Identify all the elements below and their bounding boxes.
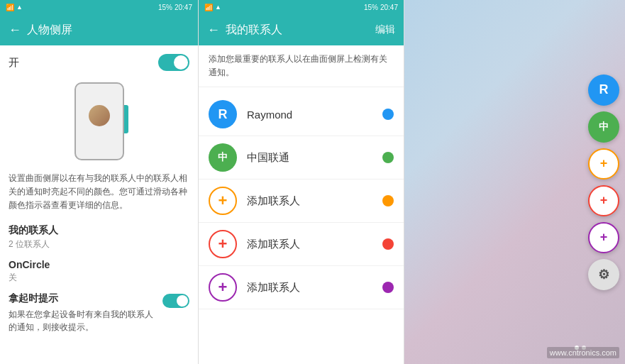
contact-item-add3[interactable]: + 添加联系人 [199, 266, 404, 309]
pickup-text-area: 拿起时提示 如果在您拿起设备时有来自我的联系人的通知，则接收提示。 [9, 292, 157, 333]
sim-icon: 📶 [6, 4, 14, 11]
contact-dot-add3 [382, 282, 394, 293]
contact-dot-raymond [382, 109, 394, 120]
contact-avatar-add3: + [209, 273, 237, 302]
title-2: 我的联系人 [226, 23, 370, 38]
edit-button[interactable]: 编辑 [375, 23, 395, 36]
status-bar-2: 📶 ▲ 15% 20:47 [199, 0, 404, 14]
sim-icon-2: 📶 [204, 4, 213, 11]
topbar-2: ← 我的联系人 编辑 [199, 14, 404, 45]
contact-dot-add1 [382, 195, 394, 206]
status-bar-1: 📶 ▲ 15% 20:47 [0, 0, 198, 14]
my-contacts-sub: 2 位联系人 [9, 238, 189, 250]
contact-name-add2: 添加联系人 [247, 238, 372, 251]
my-contacts-title: 我的联系人 [9, 224, 189, 237]
topbar-1: ← 人物侧屏 [0, 14, 198, 45]
battery-percent-1: 15% [158, 4, 172, 11]
contact-item-raymond[interactable]: R Raymond [199, 93, 404, 136]
edge-item-zh[interactable]: 中 [588, 111, 619, 143]
contact-item-unicom[interactable]: 中 中国联通 [199, 136, 404, 180]
oncircle-title: OnCircle [9, 259, 189, 270]
back-button-2[interactable]: ← [207, 23, 220, 38]
contact-item-add2[interactable]: + 添加联系人 [199, 223, 404, 266]
panel2-my-contacts: 📶 ▲ 15% 20:47 ← 我的联系人 编辑 添加您最重要的联系人以在曲面侧… [199, 0, 404, 364]
panel1-content: 开 设置曲面侧屏以在有与我的联系人中的联系人相关的通知时亮起不同的颜色。您可通过… [0, 45, 198, 364]
contact-avatar-add1: + [209, 187, 237, 215]
panel2-description: 添加您最重要的联系人以在曲面侧屏上检测有关通知。 [199, 45, 404, 87]
time-1: 20:47 [175, 4, 192, 11]
main-toggle-row: 开 [9, 54, 189, 71]
edge-item-r[interactable]: R [588, 75, 619, 106]
description-text: 设置曲面侧屏以在有与我的联系人中的联系人相关的通知时亮起不同的颜色。您可通过滑动… [9, 172, 189, 213]
watermark: www.cntronics.com [547, 347, 619, 358]
edge-item-add1[interactable]: + [588, 148, 619, 180]
contact-name-add1: 添加联系人 [247, 194, 372, 208]
contact-name-unicom: 中国联通 [247, 151, 372, 165]
contact-name-add3: 添加联系人 [247, 281, 372, 294]
wifi-icon-2: ▲ [215, 4, 221, 11]
contact-avatar-raymond: R [209, 100, 237, 128]
status-right-1: 15% 20:47 [158, 4, 192, 11]
oncircle-section[interactable]: OnCircle 关 [9, 259, 189, 284]
edge-item-add2[interactable]: + [588, 185, 619, 216]
side-indicator [124, 105, 128, 133]
my-contacts-section[interactable]: 我的联系人 2 位联系人 [9, 224, 189, 250]
contact-item-add1[interactable]: + 添加联系人 [199, 180, 404, 223]
pickup-section: 拿起时提示 如果在您拿起设备时有来自我的联系人的通知，则接收提示。 [9, 292, 189, 333]
edge-sidebar: R 中 + + + ⚙ [582, 67, 625, 297]
wifi-icon: ▲ [16, 4, 23, 11]
status-left-1: 📶 ▲ [6, 4, 23, 11]
contact-list: R Raymond 中 中国联通 + 添加联系人 + 添加联系人 + 添加联系人 [199, 87, 404, 315]
contact-avatar-add2: + [209, 230, 237, 258]
time-2: 20:47 [380, 4, 398, 11]
contact-dot-add2 [382, 238, 394, 250]
contact-name-raymond: Raymond [247, 109, 372, 121]
panel1-people-edge: 📶 ▲ 15% 20:47 ← 人物侧屏 开 设置曲面侧屏以在有与我的联系人中的… [0, 0, 199, 364]
pickup-toggle[interactable] [162, 294, 189, 308]
pickup-desc: 如果在您拿起设备时有来自我的联系人的通知，则接收提示。 [9, 308, 157, 333]
contact-dot-unicom [382, 152, 394, 163]
pickup-title: 拿起时提示 [9, 292, 157, 305]
phone-image [74, 82, 124, 160]
edge-item-add3[interactable]: + [588, 222, 619, 253]
edge-item-settings[interactable]: ⚙ [588, 259, 619, 290]
phone-illustration [9, 82, 189, 160]
title-1: 人物侧屏 [27, 23, 189, 38]
battery-percent-2: 15% [364, 4, 378, 11]
contact-avatar-unicom: 中 [209, 143, 237, 172]
status-left-2: 📶 ▲ [204, 4, 221, 11]
panel3-edge-view: R 中 + + + ⚙ www.cntronics.com [404, 0, 625, 364]
oncircle-value: 关 [9, 272, 189, 284]
back-button-1[interactable]: ← [9, 23, 21, 38]
status-right-2: 15% 20:47 [364, 4, 398, 11]
main-toggle-switch[interactable] [158, 54, 189, 71]
toggle-label-on: 开 [9, 56, 19, 70]
